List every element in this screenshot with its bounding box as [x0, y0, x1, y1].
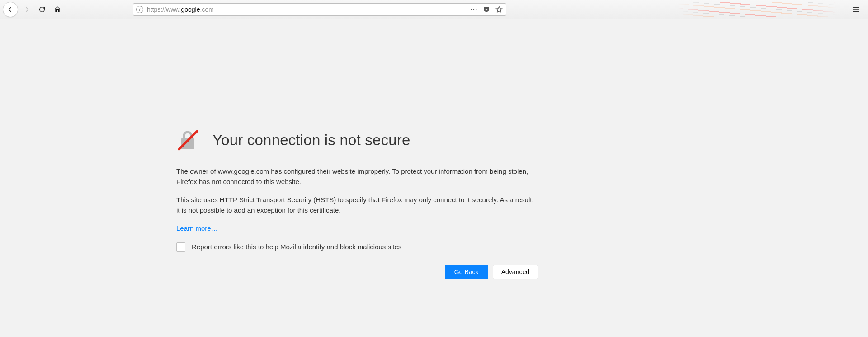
bookmark-button[interactable] — [495, 5, 503, 14]
hamburger-icon — [852, 5, 860, 14]
url-text: https://www.google.com — [147, 6, 470, 13]
url-bar[interactable]: i https://www.google.com — [133, 3, 506, 16]
reload-icon — [38, 6, 46, 13]
app-menu-button[interactable] — [849, 3, 863, 16]
reload-button[interactable] — [35, 3, 49, 16]
site-identity-icon[interactable]: i — [136, 6, 143, 13]
svg-point-0 — [471, 9, 472, 9]
home-icon — [54, 6, 61, 13]
page-actions-button[interactable] — [470, 5, 478, 14]
error-page: Your connection is not secure The owner … — [176, 129, 538, 279]
go-back-button[interactable]: Go Back — [445, 265, 488, 279]
error-title: Your connection is not secure — [212, 132, 410, 149]
browser-toolbar: i https://www.google.com — [0, 0, 868, 19]
svg-point-1 — [473, 9, 474, 9]
save-to-pocket-button[interactable] — [482, 5, 491, 14]
error-paragraph-1: The owner of www.google.com has configur… — [176, 166, 538, 187]
star-icon — [495, 5, 503, 14]
back-button[interactable] — [3, 2, 18, 17]
arrow-left-icon — [7, 6, 14, 13]
ellipsis-icon — [470, 5, 478, 14]
learn-more-link[interactable]: Learn more… — [176, 224, 218, 232]
home-button[interactable] — [51, 3, 64, 16]
svg-point-2 — [476, 9, 476, 9]
error-paragraph-2: This site uses HTTP Strict Transport Sec… — [176, 195, 538, 215]
forward-button[interactable] — [20, 3, 33, 16]
window-decoration — [678, 2, 836, 17]
pocket-icon — [482, 5, 491, 14]
url-actions — [470, 5, 503, 14]
report-errors-checkbox[interactable] — [176, 242, 185, 252]
report-errors-label: Report errors like this to help Mozilla … — [192, 242, 401, 252]
insecure-lock-icon — [176, 129, 200, 151]
arrow-right-icon — [23, 6, 30, 13]
advanced-button[interactable]: Advanced — [493, 265, 538, 279]
